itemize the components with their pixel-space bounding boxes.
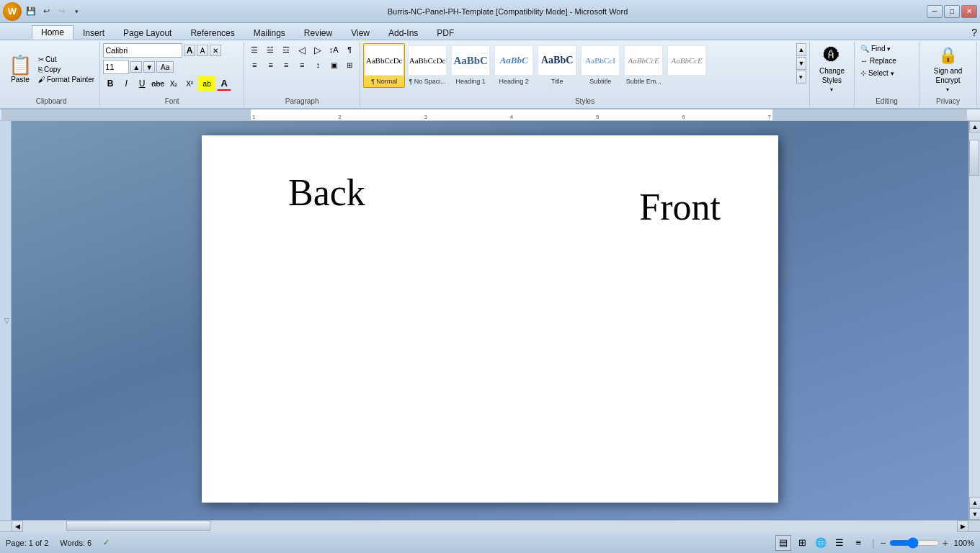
bullets-button[interactable]: ☰ — [247, 43, 262, 56]
style-no-spacing-preview: AaBbCcDc — [408, 45, 447, 76]
font-group-label: Font — [100, 97, 244, 105]
paste-button[interactable]: 📋 Paste — [6, 49, 35, 89]
zoom-slider[interactable] — [889, 539, 940, 547]
hscroll-track[interactable] — [23, 521, 957, 532]
font-size-input[interactable] — [103, 60, 129, 74]
underline-button[interactable]: U — [135, 76, 149, 91]
document-page[interactable]: Back Front — [202, 135, 778, 503]
quickaccess-undo[interactable]: ↩ — [40, 5, 53, 18]
view-fullscreen-button[interactable]: ⊞ — [794, 535, 810, 551]
style-normal[interactable]: AaBbCcDc ¶ Normal — [363, 43, 405, 88]
cut-button[interactable]: ✂ Cut — [36, 55, 97, 64]
decrease-indent-button[interactable]: ◁ — [295, 43, 309, 56]
minimize-button[interactable]: ─ — [927, 5, 943, 18]
change-styles-button[interactable]: 🅐 ChangeStyles ▾ — [813, 44, 851, 94]
superscript-button[interactable]: X² — [182, 76, 197, 91]
tab-references[interactable]: References — [181, 25, 244, 40]
scroll-up-arrow[interactable]: ▲ — [969, 121, 980, 132]
style-no-spacing[interactable]: AaBbCcDc ¶ No Spaci... — [406, 43, 448, 88]
sign-encrypt-label: Sign andEncrypt — [934, 66, 962, 85]
style-heading2[interactable]: AaBbC Heading 2 — [493, 43, 535, 88]
view-web-button[interactable]: 🌐 — [813, 535, 829, 551]
scroll-down-arrow[interactable]: ▼ — [969, 508, 980, 520]
style-title[interactable]: AaBbC Title — [536, 43, 578, 88]
strikethrough-button[interactable]: abc — [151, 76, 165, 91]
numbering-button[interactable]: ☱ — [263, 43, 277, 56]
find-button[interactable]: 🔍 Find ▾ — [858, 43, 894, 54]
style-extra[interactable]: AaBbCcE — [666, 43, 708, 88]
change-styles-group: 🅐 ChangeStyles ▾ — [810, 42, 855, 107]
subscript-button[interactable]: X₂ — [166, 76, 181, 91]
align-center-button[interactable]: ≡ — [263, 58, 277, 71]
style-heading1[interactable]: AaBbC Heading 1 — [450, 43, 491, 88]
zoom-percent: 100% — [954, 539, 974, 547]
tab-review[interactable]: Review — [295, 25, 342, 40]
select-button[interactable]: ⊹ Select ▾ — [858, 68, 897, 78]
hscroll-thumb[interactable] — [66, 521, 210, 531]
font-shrink-button[interactable]: A — [197, 45, 208, 56]
font-size-down-button[interactable]: ▼ — [143, 61, 155, 73]
paste-label: Paste — [11, 76, 30, 84]
styles-expand[interactable]: ▾ — [796, 71, 806, 84]
office-logo[interactable]: W — [3, 2, 22, 21]
borders-button[interactable]: ⊞ — [342, 58, 357, 71]
font-size-up-button[interactable]: ▲ — [130, 61, 142, 73]
tab-pagelayout[interactable]: Page Layout — [114, 25, 181, 40]
font-row-1: A A ✕ — [103, 43, 221, 58]
view-print-button[interactable]: ▤ — [775, 535, 791, 551]
tab-mailings[interactable]: Mailings — [244, 25, 295, 40]
tab-view[interactable]: View — [342, 25, 379, 40]
bold-button[interactable]: B — [103, 76, 117, 91]
font-content: A A ✕ ▲ ▼ Aa B I U abc X₂ X² ab A — [103, 43, 241, 105]
show-marks-button[interactable]: ¶ — [342, 43, 357, 56]
shading-button[interactable]: ▣ — [326, 58, 341, 71]
font-face-input[interactable] — [103, 43, 182, 58]
privacy-group: 🔒 Sign andEncrypt ▾ Privacy — [919, 42, 977, 107]
quickaccess-save[interactable]: 💾 — [24, 5, 37, 18]
style-subtle-em-label: Subtle Em... — [626, 78, 662, 86]
styles-scroll-down[interactable]: ▼ — [796, 57, 806, 70]
tab-pdf[interactable]: PDF — [427, 25, 463, 40]
font-clear-button[interactable]: ✕ — [210, 45, 221, 56]
scroll-down-arrow-top[interactable]: ▲ — [969, 497, 980, 508]
style-subtle-em[interactable]: AaBbCcE Subtle Em... — [623, 43, 664, 88]
left-margin-indicator: ◁ — [0, 121, 12, 520]
aa-button[interactable]: Aa — [156, 61, 174, 73]
scroll-track[interactable] — [969, 132, 980, 497]
tab-addins[interactable]: Add-Ins — [379, 25, 427, 40]
increase-indent-button[interactable]: ▷ — [311, 43, 325, 56]
align-left-button[interactable]: ≡ — [247, 58, 262, 71]
hscroll-right-arrow[interactable]: ▶ — [957, 521, 968, 532]
ruler-mark-1: 1 — [252, 114, 255, 120]
sort-button[interactable]: ↕A — [326, 43, 341, 56]
styles-scroll-up[interactable]: ▲ — [796, 43, 806, 56]
scroll-thumb[interactable] — [969, 140, 979, 176]
quickaccess-dropdown[interactable]: ▾ — [70, 5, 83, 18]
view-outline-button[interactable]: ☰ — [832, 535, 847, 551]
highlight-button[interactable]: ab — [198, 76, 215, 91]
zoom-plus-button[interactable]: + — [943, 537, 948, 549]
justify-button[interactable]: ≡ — [295, 58, 309, 71]
multilevel-button[interactable]: ☲ — [279, 43, 293, 56]
hscroll-left-arrow[interactable]: ◀ — [12, 521, 23, 532]
window-controls: ─ □ ✕ — [927, 5, 977, 18]
align-right-button[interactable]: ≡ — [279, 58, 293, 71]
help-icon[interactable]: ? — [968, 25, 980, 40]
tab-insert[interactable]: Insert — [74, 25, 114, 40]
italic-button[interactable]: I — [119, 76, 133, 91]
quickaccess-redo[interactable]: ↪ — [55, 5, 68, 18]
line-spacing-button[interactable]: ↕ — [311, 58, 325, 71]
zoom-minus-button[interactable]: − — [880, 537, 886, 549]
restore-button[interactable]: □ — [944, 5, 960, 18]
format-painter-button[interactable]: 🖌 Format Painter — [36, 75, 97, 84]
sign-encrypt-button[interactable]: 🔒 Sign andEncrypt ▾ — [928, 44, 968, 94]
view-draft-button[interactable]: ≡ — [850, 535, 866, 551]
replace-button[interactable]: ↔ Replace — [858, 55, 899, 66]
font-color-button[interactable]: A — [217, 76, 231, 91]
style-subtitle[interactable]: AaBbCcI Subtitle — [579, 43, 621, 88]
close-button[interactable]: ✕ — [961, 5, 977, 18]
tab-home[interactable]: Home — [32, 25, 74, 40]
styles-group: AaBbCcDc ¶ Normal AaBbCcDc ¶ No Spaci...… — [360, 42, 810, 107]
font-grow-button[interactable]: A — [184, 45, 195, 56]
copy-button[interactable]: ⎘ Copy — [36, 65, 97, 74]
